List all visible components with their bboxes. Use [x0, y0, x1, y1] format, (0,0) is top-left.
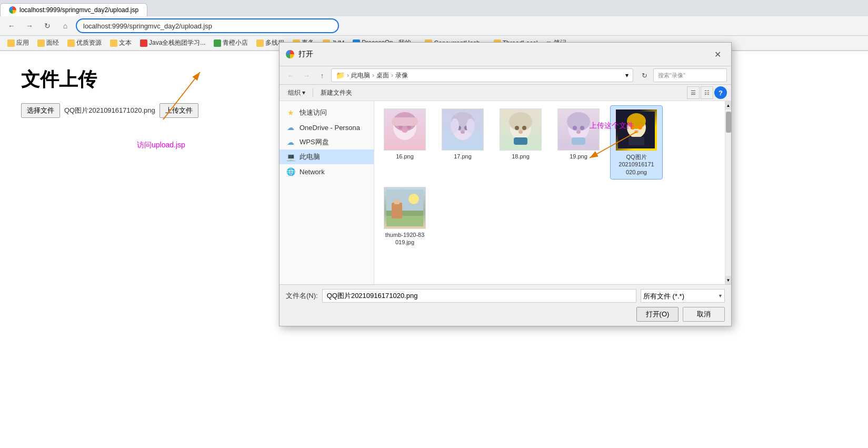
sidebar-item-quick-access[interactable]: ★ 快速访问: [280, 105, 374, 120]
file-thumbnail-16: [384, 108, 426, 151]
dialog-cancel-button[interactable]: 取消: [683, 307, 725, 322]
dialog-back-button[interactable]: ←: [284, 68, 297, 82]
filetype-select-wrapper: 所有文件 (*.*): [641, 289, 725, 303]
filename-row: 文件名(N): 所有文件 (*.*): [286, 289, 725, 303]
bookmark-apps[interactable]: 应用: [4, 37, 32, 48]
dialog-up-button[interactable]: ↑: [315, 68, 329, 82]
bookmark-youzhiziyuan[interactable]: 优质资源: [64, 37, 105, 48]
svg-point-19: [518, 131, 523, 134]
address-bar[interactable]: [76, 18, 339, 33]
svg-point-29: [627, 113, 646, 129]
svg-point-22: [567, 112, 590, 131]
cloud-icon: ☁: [286, 123, 295, 132]
browser-tab[interactable]: localhost:9999/springmvc_day2/upload.jsp: [0, 3, 147, 16]
bookmark-java[interactable]: Java全栈抱团学习...: [137, 37, 208, 48]
bookmark-icon: [37, 39, 45, 47]
sidebar-item-wps[interactable]: ☁ WPS网盘: [280, 135, 374, 150]
browser-tabs: localhost:9999/springmvc_day2/upload.jsp: [0, 0, 868, 16]
file-label-thumb: thumb-1920-83019.jpg: [385, 231, 425, 246]
tab-label: localhost:9999/springmvc_day2/upload.jsp: [19, 6, 138, 14]
bookmark-mianjing[interactable]: 面经: [34, 37, 62, 48]
sidebar-label-wps: WPS网盘: [300, 137, 329, 147]
path-dropdown-arrow[interactable]: ▾: [625, 72, 628, 79]
browser-toolbar: ← → ↻ ⌂: [0, 16, 868, 36]
choose-file-button[interactable]: 选择文件: [21, 103, 60, 118]
bookmark-vue[interactable]: 青橙小店: [211, 37, 251, 48]
svg-point-14: [466, 118, 475, 133]
sidebar-item-this-pc[interactable]: 💻 此电脑: [280, 150, 374, 164]
dialog-upper-toolbar: 组织 ▾ 新建文件夹 ☰ ☷ ?: [280, 85, 731, 101]
sidebar-label-onedrive: OneDrive - Persona: [300, 124, 360, 132]
home-button[interactable]: ⌂: [58, 18, 73, 33]
file-item-17[interactable]: 17.png: [436, 105, 489, 180]
path-part-folder[interactable]: 录像: [395, 71, 408, 80]
annotation-visit-label: 访问upload.jsp: [137, 141, 185, 149]
visit-upload-label: 访问upload.jsp: [137, 141, 185, 150]
svg-line-1: [163, 72, 200, 120]
arrow-svg-address: [147, 67, 253, 130]
help-button[interactable]: ?: [714, 86, 727, 99]
svg-rect-38: [392, 203, 402, 218]
bookmark-icon: [140, 39, 147, 47]
organize-button[interactable]: 组织 ▾: [284, 87, 310, 99]
dialog-scrollbar[interactable]: ▲ ▼: [725, 101, 731, 284]
scroll-down-button[interactable]: ▼: [725, 276, 731, 284]
svg-point-23: [573, 126, 577, 130]
path-sep-2: ›: [372, 72, 374, 79]
file-thumbnail-19: [557, 108, 600, 151]
dialog-refresh-button[interactable]: ↻: [637, 68, 651, 82]
file-dialog: 打开 ✕ ← → ↑ 📁 › 此电脑 › 桌面 › 录像 ▾ ↻ 搜索"录像": [279, 42, 732, 326]
file-grid: 16.png: [374, 101, 725, 184]
search-placeholder-text: 搜索"录像": [658, 72, 685, 79]
new-folder-button[interactable]: 新建文件夹: [316, 87, 356, 99]
file-label-16: 16.png: [396, 153, 414, 160]
svg-point-31: [638, 125, 642, 130]
bookmark-icon: [214, 39, 221, 47]
path-bar: 📁 › 此电脑 › 桌面 › 录像 ▾: [331, 68, 633, 82]
scroll-up-button[interactable]: ▲: [725, 101, 731, 109]
scroll-thumb[interactable]: [726, 112, 731, 133]
file-item-qq[interactable]: QQ图片20210916171020.png: [610, 105, 663, 180]
sidebar-item-onedrive[interactable]: ☁ OneDrive - Persona: [280, 120, 374, 135]
anime-face-19: [560, 111, 597, 148]
filetype-select[interactable]: 所有文件 (*.*): [641, 289, 725, 303]
file-thumbnail-qq: [615, 109, 657, 151]
bookmark-wenben[interactable]: 文本: [107, 37, 135, 48]
landscape-thumb: [386, 190, 423, 226]
chrome-icon: [9, 6, 16, 14]
dialog-open-button[interactable]: 打开(O): [636, 307, 679, 322]
dialog-content-wrapper: 16.png: [374, 101, 725, 284]
refresh-button[interactable]: ↻: [40, 18, 55, 33]
path-part-pc[interactable]: 此电脑: [351, 71, 370, 80]
file-item-19[interactable]: 19.png: [552, 105, 605, 180]
sidebar-label-network: Network: [300, 168, 325, 176]
file-thumbnail-17: [442, 108, 484, 151]
svg-point-6: [402, 130, 407, 133]
forward-button[interactable]: →: [22, 18, 37, 33]
view-btn-list[interactable]: ☰: [687, 86, 700, 99]
file-item-18[interactable]: 18.png: [494, 105, 547, 180]
dialog-bottom: 文件名(N): 所有文件 (*.*) 打开(O) 取消: [280, 284, 731, 326]
dialog-forward-button[interactable]: →: [300, 68, 313, 82]
dialog-close-button[interactable]: ✕: [710, 47, 725, 62]
dialog-chrome-icon: [286, 50, 294, 58]
anime-face-16: [386, 111, 423, 148]
back-button[interactable]: ←: [4, 18, 19, 33]
file-grid-row2: thumb-1920-83019.jpg: [374, 184, 725, 250]
svg-point-18: [522, 126, 526, 130]
svg-point-30: [631, 125, 635, 130]
arrow-to-address: [147, 67, 253, 132]
dialog-body: ★ 快速访问 ☁ OneDrive - Persona ☁ WPS网盘 💻 此电…: [280, 101, 731, 284]
svg-point-12: [461, 131, 465, 134]
svg-point-16: [509, 112, 532, 131]
filename-input[interactable]: [322, 289, 636, 303]
file-item-thumb-img[interactable]: thumb-1920-83019.jpg: [378, 184, 431, 250]
svg-point-13: [451, 118, 459, 133]
view-btn-details[interactable]: ☷: [701, 86, 713, 99]
file-label-18: 18.png: [512, 153, 530, 160]
file-item-16[interactable]: 16.png: [378, 105, 431, 180]
sidebar-item-network[interactable]: 🌐 Network: [280, 164, 374, 179]
path-part-desktop[interactable]: 桌面: [376, 71, 389, 80]
bookmark-icon: [7, 39, 15, 47]
dialog-search-box[interactable]: 搜索"录像": [653, 68, 727, 82]
